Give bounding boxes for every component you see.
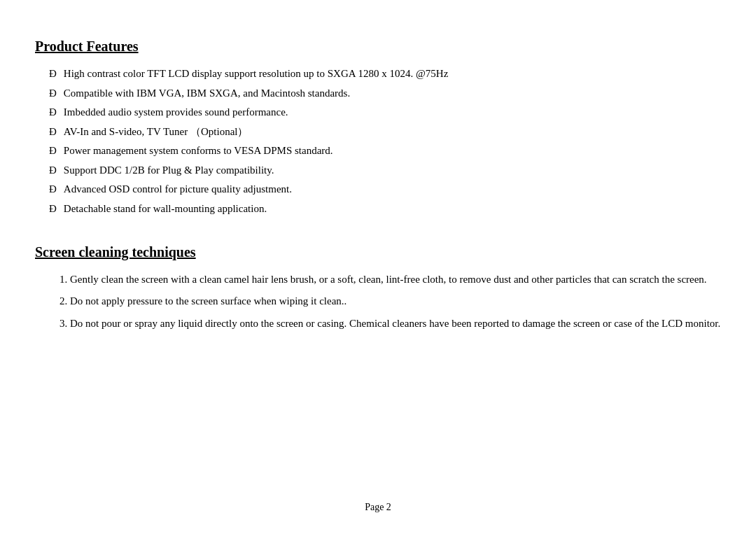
bullet-icon: Ð [49,66,57,82]
list-item: Do not apply pressure to the screen surf… [70,293,721,309]
list-item-text: Imbedded audio system provides sound per… [64,104,288,120]
features-title: Product Features [35,38,721,55]
list-item-text: Advanced OSD control for picture quality… [64,181,292,197]
features-section: Product Features ÐHigh contrast color TF… [35,38,721,216]
list-item: ÐDetachable stand for wall-mounting appl… [49,201,721,217]
cleaning-list: Gently clean the screen with a clean cam… [35,272,721,332]
list-item-text: High contrast color TFT LCD display supp… [64,66,449,82]
bullet-icon: Ð [49,85,57,101]
list-item: Gently clean the screen with a clean cam… [70,272,721,288]
list-item-text: AV-In and S-video, TV Tuner （Optional） [64,124,248,140]
page-footer: Page 2 [0,488,756,534]
list-item: ÐHigh contrast color TFT LCD display sup… [49,66,721,82]
list-item: ÐSupport DDC 1/2B for Plug & Play compat… [49,162,721,178]
bullet-icon: Ð [49,124,57,140]
list-item: ÐCompatible with IBM VGA, IBM SXGA, and … [49,85,721,101]
list-item-text: Detachable stand for wall-mounting appli… [64,201,267,217]
bullet-icon: Ð [49,181,57,197]
features-list: ÐHigh contrast color TFT LCD display sup… [35,66,721,216]
list-item: Do not pour or spray any liquid directly… [70,316,721,332]
cleaning-section: Screen cleaning techniques Gently clean … [35,244,721,332]
list-item-text: Support DDC 1/2B for Plug & Play compati… [64,162,274,178]
page-number: Page 2 [365,502,391,512]
bullet-icon: Ð [49,201,57,217]
bullet-icon: Ð [49,143,57,159]
bullet-icon: Ð [49,104,57,120]
cleaning-title: Screen cleaning techniques [35,244,721,260]
list-item-text: Power management system conforms to VESA… [64,143,333,159]
list-item: ÐAV-In and S-video, TV Tuner （Optional） [49,124,721,140]
bullet-icon: Ð [49,162,57,178]
list-item-text: Compatible with IBM VGA, IBM SXGA, and M… [64,85,350,101]
list-item: ÐImbedded audio system provides sound pe… [49,104,721,120]
list-item: ÐPower management system conforms to VES… [49,143,721,159]
page-container: Product Features ÐHigh contrast color TF… [0,0,756,488]
list-item: ÐAdvanced OSD control for picture qualit… [49,181,721,197]
